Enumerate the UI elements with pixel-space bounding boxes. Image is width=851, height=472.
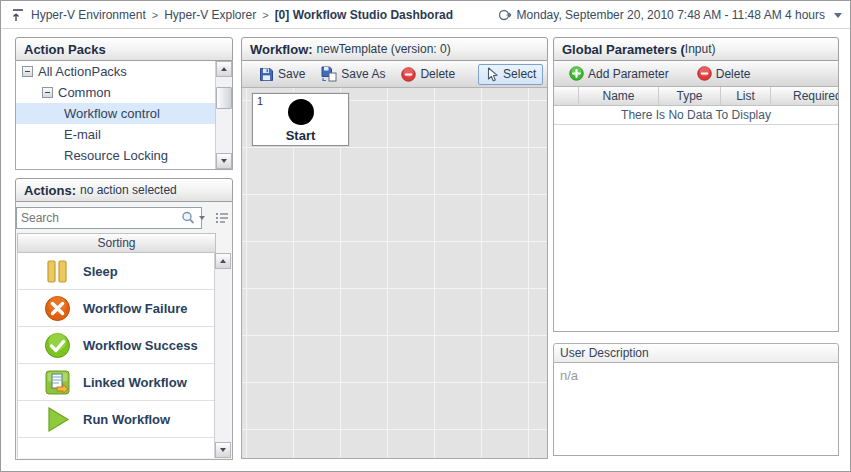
delete-workflow-button[interactable]: Delete [394,64,462,85]
global-parameters-header: Global Parameters (Input) [553,37,839,61]
tree-item-all-actionpacks[interactable]: All ActionPacks [16,61,215,82]
global-parameters-toolbar: Add Parameter Delete [554,61,838,87]
column-header-type[interactable]: Type [659,87,721,105]
delete-icon [697,66,712,81]
column-header-blank[interactable] [554,87,579,105]
workflow-name: newTemplate (version: 0) [317,42,451,56]
workflow-title: Workflow: [250,42,313,57]
actions-subtitle: no action selected [80,183,177,197]
add-icon [569,66,584,81]
action-item-workflow-failure[interactable]: Workflow Failure [18,290,215,327]
scroll-down-icon[interactable] [216,153,232,169]
search-box [16,207,202,229]
global-parameters-panel: Global Parameters (Input) Add Parameter … [553,37,839,332]
save-as-icon [321,66,337,82]
breadcrumb-separator: > [262,9,268,21]
delete-parameter-label: Delete [716,67,751,81]
workflow-canvas[interactable]: 1 Start [242,88,547,458]
sorting-column-header[interactable]: Sorting [17,233,216,253]
action-packs-header: Action Packs [15,37,233,61]
action-packs-tree: All ActionPacks Common Workflow control … [16,61,215,169]
user-description-text: n/a [560,368,578,383]
global-parameters-subtitle: Input) [685,42,716,56]
collapse-icon[interactable] [22,66,33,77]
page-title: [0] Workflow Studio Dashborad [275,8,453,22]
save-label: Save [278,67,305,81]
node-index: 1 [257,95,263,107]
actions-panel: Actions: no action selected Sorting [15,178,233,460]
search-input[interactable] [17,211,180,225]
tree-item-label: E-mail [64,127,101,142]
action-item-sleep[interactable]: Sleep [18,253,215,290]
tree-item-label: All ActionPacks [38,64,127,79]
select-tool-button[interactable]: Select [478,64,543,85]
save-icon [259,67,274,82]
breadcrumb-separator: > [152,9,158,21]
time-range-selector[interactable]: Monday, September 20, 2010 7:48 AM - 11:… [498,1,842,29]
view-options-icon[interactable] [214,210,230,226]
save-button[interactable]: Save [252,64,312,85]
delete-icon [401,67,416,82]
pause-icon [44,258,71,285]
column-header-list[interactable]: List [721,87,771,105]
workflow-panel: Workflow: newTemplate (version: 0) Save … [241,37,548,459]
action-packs-scrollbar[interactable] [215,61,232,169]
save-as-label: Save As [341,67,385,81]
schedule-icon [498,8,512,22]
failure-icon [44,295,71,322]
collapse-icon[interactable] [42,87,53,98]
column-header-required[interactable]: Required [771,87,838,105]
workflow-toolbar: Save Save As Delete [242,61,547,88]
chevron-down-icon [834,13,842,18]
actions-title: Actions: [24,183,76,198]
scroll-up-icon[interactable] [215,253,231,269]
time-range-label: Monday, September 20, 2010 7:48 AM - 11:… [517,8,825,22]
workflow-studio-window: Hyper-V Environment > Hyper-V Explorer >… [0,0,851,472]
delete-label: Delete [420,67,455,81]
tree-item-email[interactable]: E-mail [16,124,215,145]
empty-table-message: There Is No Data To Display [554,106,838,125]
breadcrumb-item-environment[interactable]: Hyper-V Environment [31,8,146,22]
tree-item-workflow-control[interactable]: Workflow control [16,103,215,124]
scrollbar-thumb[interactable] [216,87,232,109]
search-icon[interactable] [180,210,196,226]
actions-header: Actions: no action selected [15,178,233,202]
action-item-run-workflow[interactable]: Run Workflow [18,401,215,438]
breadcrumb-item-explorer[interactable]: Hyper-V Explorer [164,8,256,22]
tree-item-label: Workflow control [64,106,160,121]
run-icon [44,406,71,433]
scroll-up-icon[interactable] [216,61,232,77]
add-parameter-button[interactable]: Add Parameter [562,63,676,84]
tree-item-resource-locking[interactable]: Resource Locking [16,145,215,166]
node-label: Start [253,128,348,143]
parameters-table-header: Name Type List Required [554,87,838,106]
top-bar: Hyper-V Environment > Hyper-V Explorer >… [1,1,850,29]
actions-scrollbar[interactable] [214,253,231,458]
action-item-linked-workflow[interactable]: Linked Workflow [18,364,215,401]
up-level-icon[interactable] [11,8,25,22]
start-node[interactable]: 1 Start [252,93,349,146]
action-item-label: Sleep [83,264,118,279]
save-as-button[interactable]: Save As [314,63,392,85]
delete-parameter-button[interactable]: Delete [690,63,758,84]
select-label: Select [503,67,536,81]
action-item-workflow-success[interactable]: Workflow Success [18,327,215,364]
breadcrumb: Hyper-V Environment > Hyper-V Explorer >… [11,1,453,29]
action-item-label: Run Workflow [83,412,170,427]
user-description-header: User Description [553,343,839,363]
column-header-name[interactable]: Name [579,87,659,105]
action-item-label: Linked Workflow [83,375,187,390]
global-parameters-title: Global Parameters ( [562,42,685,57]
tree-item-label: Common [58,85,111,100]
scroll-down-icon[interactable] [215,442,231,458]
user-description-body[interactable]: n/a [553,363,839,456]
connect-tool-button[interactable]: Connect [545,64,547,85]
action-item-label: Workflow Failure [83,301,188,316]
workflow-header: Workflow: newTemplate (version: 0) [241,37,548,61]
tree-item-label: Resource Locking [64,148,168,163]
linked-workflow-icon [44,369,71,396]
search-options-chevron-icon[interactable] [199,216,205,220]
actions-list: Sleep Workflow Failure Workflow Success [17,253,216,458]
tree-item-common[interactable]: Common [16,82,215,103]
add-parameter-label: Add Parameter [588,67,669,81]
